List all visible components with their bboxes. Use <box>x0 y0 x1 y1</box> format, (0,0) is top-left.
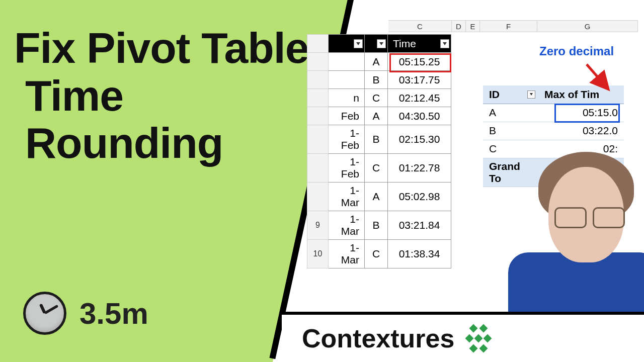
svg-rect-2 <box>479 324 488 333</box>
cell-month[interactable]: Feb <box>329 107 365 125</box>
row-num: 9 <box>307 211 329 240</box>
cell-id[interactable]: B <box>365 71 388 89</box>
source-data-table: Time A05:15.25 B03:17.75 nC02:12.45 FebA… <box>307 34 451 268</box>
cell-month[interactable]: 1-Feb <box>329 125 365 154</box>
table-row[interactable]: 1-FebB02:15.30 <box>307 125 451 154</box>
brand-logo-icon <box>464 323 495 353</box>
brand-name: Contextures <box>302 323 454 353</box>
row-num <box>307 71 329 89</box>
duration-block: 3.5m <box>23 292 148 335</box>
cell-time[interactable]: 03:17.75 <box>388 71 451 89</box>
svg-rect-4 <box>474 334 483 343</box>
pivot-cell-val[interactable]: 05:15.0 <box>538 104 624 122</box>
table-row[interactable]: FebA04:30.50 <box>307 107 451 125</box>
row-num <box>307 125 329 154</box>
cell-time[interactable]: 02:12.45 <box>388 89 451 107</box>
dropdown-icon[interactable] <box>354 39 363 48</box>
cell-month[interactable] <box>329 71 365 89</box>
pivot-th-id[interactable]: ID <box>483 85 538 104</box>
cell-time[interactable]: 01:22.78 <box>388 154 451 183</box>
duration-text: 3.5m <box>79 296 148 331</box>
pivot-th-id-label: ID <box>489 88 500 100</box>
dropdown-icon[interactable] <box>377 39 386 48</box>
pivot-th-max[interactable]: Max of Tim <box>538 85 624 104</box>
svg-rect-6 <box>469 344 478 353</box>
svg-rect-5 <box>484 334 492 343</box>
brand-bar: Contextures <box>282 312 644 362</box>
dropdown-icon[interactable] <box>527 90 535 99</box>
cell-month[interactable]: 1-Feb <box>329 154 365 183</box>
row-num <box>307 89 329 107</box>
col-header-c[interactable]: C <box>388 20 452 32</box>
table-row[interactable]: B03:17.75 <box>307 71 451 89</box>
cell-id[interactable]: B <box>365 211 388 240</box>
cell-id[interactable]: B <box>365 125 388 154</box>
table-row[interactable]: A05:15.25 <box>307 53 451 71</box>
table-row[interactable]: nC02:12.45 <box>307 89 451 107</box>
cell-time[interactable]: 02:15.30 <box>388 125 451 154</box>
row-num <box>307 107 329 125</box>
pivot-row[interactable]: A05:15.0 <box>483 104 624 122</box>
th-time[interactable]: Time <box>388 35 451 53</box>
cell-id[interactable]: C <box>365 240 388 268</box>
dropdown-icon[interactable] <box>440 39 449 48</box>
col-header-d[interactable]: D <box>452 20 466 32</box>
pivot-row[interactable]: C02: <box>483 140 624 158</box>
col-header-e[interactable]: E <box>466 20 480 32</box>
cell-id[interactable]: C <box>365 89 388 107</box>
svg-rect-3 <box>465 334 474 343</box>
cell-month[interactable] <box>329 53 365 71</box>
title-line-1: Fix Pivot Table <box>14 24 336 72</box>
row-num <box>307 183 329 211</box>
pivot-grand-val <box>538 158 624 187</box>
zero-decimal-annotation: Zero decimal <box>539 44 614 58</box>
thumbnail-stage: Fix Pivot Table Time Rounding 3.5m C D E… <box>0 0 644 362</box>
col-header-g[interactable]: G <box>537 20 638 32</box>
table-row[interactable]: 101-MarC01:38.34 <box>307 240 451 268</box>
table-row[interactable]: 1-FebC01:22.78 <box>307 154 451 183</box>
cell-time[interactable]: 05:15.25 <box>388 53 451 71</box>
row-num <box>307 154 329 183</box>
cell-month[interactable]: 1-Mar <box>329 211 365 240</box>
cell-month[interactable]: 1-Mar <box>329 240 365 268</box>
clock-icon <box>23 292 66 335</box>
pivot-row[interactable]: B03:22.0 <box>483 122 624 140</box>
pivot-grand-total-row[interactable]: Grand To <box>483 158 624 187</box>
cell-id[interactable]: A <box>365 183 388 211</box>
cell-time[interactable]: 03:21.84 <box>388 211 451 240</box>
row-num <box>307 53 329 71</box>
title-line-2: Time <box>14 72 336 120</box>
cell-id[interactable]: C <box>365 154 388 183</box>
cell-time[interactable]: 04:30.50 <box>388 107 451 125</box>
th-id[interactable] <box>329 35 365 53</box>
cell-month[interactable]: 1-Mar <box>329 183 365 211</box>
column-headers: C D E F G <box>388 20 638 32</box>
th-time-label: Time <box>393 38 416 49</box>
pivot-cell-val[interactable]: 03:22.0 <box>538 122 624 140</box>
cell-time[interactable]: 05:02.98 <box>388 183 451 211</box>
pivot-cell-id[interactable]: A <box>483 104 538 122</box>
svg-rect-7 <box>479 344 488 353</box>
pivot-cell-id[interactable]: B <box>483 122 538 140</box>
col-header-f[interactable]: F <box>480 20 537 32</box>
svg-line-0 <box>587 64 607 87</box>
spreadsheet-area: C D E F G Time A05:15.25 B03:17.75 nC02:… <box>332 20 644 261</box>
cell-time[interactable]: 01:38.34 <box>388 240 451 268</box>
cell-id[interactable]: A <box>365 53 388 71</box>
table-header-row: Time <box>307 35 451 53</box>
row-num: 10 <box>307 240 329 268</box>
cell-id[interactable]: A <box>365 107 388 125</box>
table-row[interactable]: 91-MarB03:21.84 <box>307 211 451 240</box>
pivot-grand-label: Grand To <box>483 158 538 187</box>
cell-month[interactable]: n <box>329 89 365 107</box>
pivot-header-row: ID Max of Tim <box>483 85 624 104</box>
title-block: Fix Pivot Table Time Rounding <box>14 24 336 167</box>
pivot-table: ID Max of Tim A05:15.0 B03:22.0 C02: Gra… <box>483 85 624 187</box>
pivot-cell-id[interactable]: C <box>483 140 538 158</box>
svg-rect-1 <box>469 324 478 333</box>
pivot-cell-val[interactable]: 02: <box>538 140 624 158</box>
th-blank[interactable] <box>365 35 388 53</box>
row-gutter <box>307 35 329 53</box>
table-row[interactable]: 1-MarA05:02.98 <box>307 183 451 211</box>
title-line-3: Rounding <box>14 119 336 167</box>
